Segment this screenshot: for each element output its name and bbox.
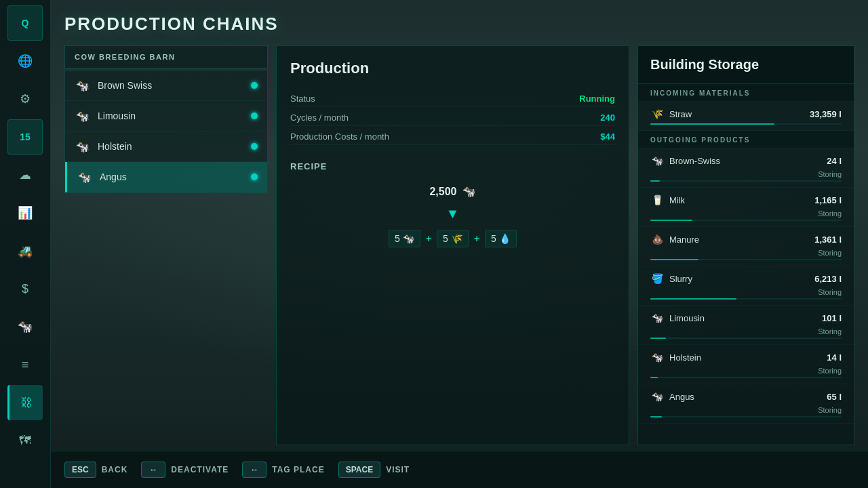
limousin-storage-value: 101 l bbox=[822, 313, 842, 323]
sidebar-item-mapalt[interactable]: 🗺 bbox=[7, 423, 43, 458]
chain-item-limousin[interactable]: 🐄 Limousin bbox=[65, 101, 267, 131]
sidebar-item-money[interactable]: $ bbox=[7, 271, 43, 306]
sidebar-item-animal[interactable]: 🐄 bbox=[7, 309, 43, 344]
deactivate-key[interactable]: ↔ bbox=[141, 462, 165, 478]
limousin-icon: 🐄 bbox=[75, 108, 91, 124]
esc-key[interactable]: ESC bbox=[64, 462, 96, 478]
manure-row: 💩 Manure 1,361 l bbox=[650, 232, 842, 246]
chain-dot-holstein bbox=[251, 143, 258, 150]
holstein-storage-name: 🐄 Holstein bbox=[650, 350, 701, 364]
limousin-storage-label: Limousin bbox=[669, 313, 705, 323]
stat-label-costs: Production Costs / month bbox=[290, 131, 389, 142]
angus-storage-label: Angus bbox=[669, 392, 694, 402]
slurry-row: 🪣 Slurry 6,213 l bbox=[650, 272, 842, 285]
recipe-input-straw: 5 🌾 bbox=[437, 230, 469, 247]
limousin-status: Storing bbox=[650, 327, 842, 336]
chains-section-header: COW BREEDING BARN bbox=[64, 45, 268, 68]
sidebar-item-cloud[interactable]: ☁ bbox=[7, 157, 43, 192]
recipe-plus-2: + bbox=[474, 233, 479, 244]
straw-icon: 🌾 bbox=[650, 107, 664, 121]
sidebar-item-q[interactable]: Q bbox=[7, 5, 43, 41]
stat-row-status: Status Running bbox=[290, 91, 615, 107]
columns-layout: COW BREEDING BARN 🐄 Brown Swiss 🐄 Limous… bbox=[64, 45, 854, 445]
water-input-icon: 💧 bbox=[499, 233, 511, 244]
manure-storage-value: 1,361 l bbox=[814, 235, 842, 245]
recipe-output-icon: 🐄 bbox=[462, 185, 476, 198]
chain-name-holstein: Holstein bbox=[98, 141, 244, 152]
angus-status: Storing bbox=[650, 406, 842, 414]
q-key-label: Q bbox=[22, 18, 29, 28]
milk-storage-icon: 🥛 bbox=[650, 193, 664, 207]
angus-row: 🐄 Angus 65 l bbox=[650, 390, 842, 403]
slurry-bar bbox=[650, 298, 842, 300]
stat-row-costs: Production Costs / month $44 bbox=[290, 129, 615, 145]
recipe-title: Recipe bbox=[290, 161, 615, 171]
sidebar-item-chart[interactable]: 📊 bbox=[7, 195, 43, 230]
visit-key[interactable]: SPACE bbox=[338, 462, 380, 478]
straw-row: 🌾 Straw 33,359 l bbox=[650, 107, 842, 121]
storage-outgoing-limousin: 🐄 Limousin 101 l Storing bbox=[638, 306, 854, 345]
holstein-row: 🐄 Holstein 14 l bbox=[650, 350, 842, 364]
recipe-plus-1: + bbox=[426, 233, 431, 244]
sidebar-item-steering[interactable]: ⚙ bbox=[7, 81, 43, 117]
milk-storage-value: 1,165 l bbox=[814, 195, 842, 205]
slurry-storage-label: Slurry bbox=[669, 274, 692, 284]
straw-bar-fill bbox=[650, 123, 774, 125]
milk-storage-name: 🥛 Milk bbox=[650, 193, 685, 207]
recipe-inputs: 5 🐄 + 5 🌾 + 5 💧 bbox=[389, 230, 517, 247]
chain-list: 🐄 Brown Swiss 🐄 Limousin 🐄 Holstein bbox=[64, 70, 268, 193]
manure-bar bbox=[650, 259, 842, 260]
recipe-output-amount: 2,500 bbox=[429, 186, 456, 198]
hotkey-visit: SPACE VISIT bbox=[338, 462, 410, 478]
storage-title: Building Storage bbox=[650, 57, 842, 73]
chain-item-angus[interactable]: 🐄 Angus bbox=[65, 162, 267, 192]
steering-icon: ⚙ bbox=[20, 92, 31, 106]
sidebar-item-15[interactable]: 15 bbox=[7, 119, 43, 155]
brown-swiss-storage-icon: 🐄 bbox=[650, 154, 664, 167]
recipe-input-water-amount: 5 bbox=[491, 233, 496, 244]
sidebar-item-map[interactable]: 🌐 bbox=[7, 43, 43, 79]
chart-icon: 📊 bbox=[18, 205, 33, 220]
tag-key[interactable]: ↔ bbox=[242, 462, 267, 478]
storage-outgoing-brown-swiss: 🐄 Brown-Swiss 24 l Storing bbox=[638, 148, 854, 188]
slurry-status: Storing bbox=[650, 288, 842, 296]
angus-bar bbox=[650, 416, 842, 418]
angus-storage-value: 65 l bbox=[827, 392, 842, 402]
limousin-bar bbox=[650, 338, 842, 339]
num-15-label: 15 bbox=[20, 131, 31, 142]
sidebar-item-layers[interactable]: ≡ bbox=[7, 347, 43, 382]
chains-column: COW BREEDING BARN 🐄 Brown Swiss 🐄 Limous… bbox=[64, 45, 268, 445]
holstein-storage-label: Holstein bbox=[669, 352, 701, 363]
manure-storage-name: 💩 Manure bbox=[650, 232, 699, 246]
straw-label: Straw bbox=[669, 109, 692, 119]
chain-item-holstein[interactable]: 🐄 Holstein bbox=[65, 131, 267, 162]
recipe-input-cows-amount: 5 bbox=[395, 233, 400, 244]
recipe-input-water: 5 💧 bbox=[485, 230, 517, 247]
sidebar-item-chains[interactable]: ⛓ bbox=[7, 385, 43, 420]
brown-swiss-storage-value: 24 l bbox=[827, 156, 842, 166]
milk-storage-label: Milk bbox=[669, 195, 685, 205]
limousin-bar-fill bbox=[650, 338, 666, 339]
recipe-display: 2,500 🐄 ▼ 5 🐄 + 5 🌾 + bbox=[290, 185, 615, 247]
recipe-section: Recipe 2,500 🐄 ▼ 5 🐄 + 5 bbox=[290, 161, 615, 247]
storage-outgoing-milk: 🥛 Milk 1,165 l Storing bbox=[638, 188, 854, 227]
straw-input-icon: 🌾 bbox=[451, 233, 462, 244]
milk-bar bbox=[650, 220, 842, 221]
deactivate-label: DEACTIVATE bbox=[171, 465, 229, 474]
storage-outgoing-manure: 💩 Manure 1,361 l Storing bbox=[638, 227, 854, 266]
storage-incoming-straw: 🌾 Straw 33,359 l bbox=[638, 102, 854, 131]
straw-value: 33,359 l bbox=[810, 109, 842, 119]
storage-outgoing-holstein: 🐄 Holstein 14 l Storing bbox=[638, 345, 854, 384]
manure-storage-label: Manure bbox=[669, 235, 699, 245]
milk-status: Storing bbox=[650, 209, 842, 218]
sidebar-item-tractor[interactable]: 🚜 bbox=[7, 233, 43, 268]
angus-storage-icon: 🐄 bbox=[650, 390, 664, 403]
slurry-storage-icon: 🪣 bbox=[650, 272, 664, 285]
brown-swiss-status: Storing bbox=[650, 170, 842, 178]
angus-icon: 🐄 bbox=[77, 169, 93, 185]
angus-storage-name: 🐄 Angus bbox=[650, 390, 694, 403]
brown-swiss-row: 🐄 Brown-Swiss 24 l bbox=[650, 154, 842, 167]
page-title: PRODUCTION CHAINS bbox=[64, 14, 854, 35]
chain-item-brown-swiss[interactable]: 🐄 Brown Swiss bbox=[65, 70, 267, 101]
production-title: Production bbox=[290, 60, 615, 77]
